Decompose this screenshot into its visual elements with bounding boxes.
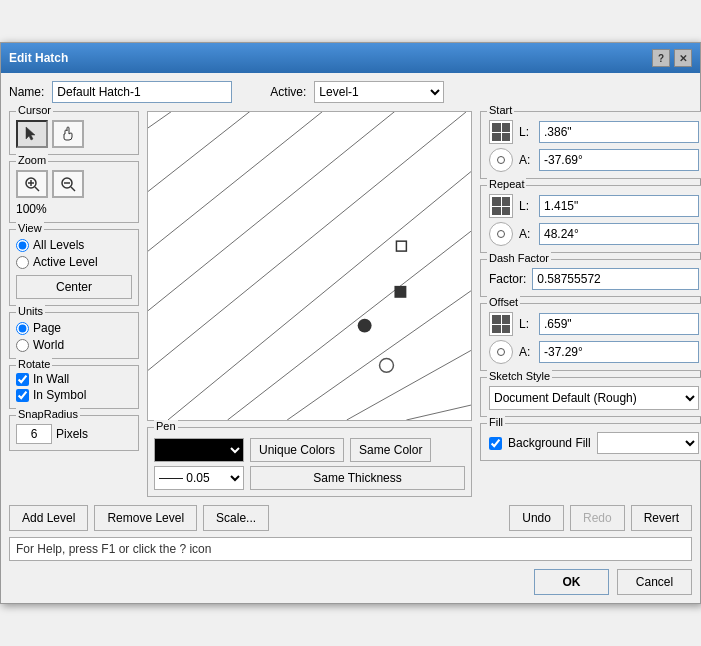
undo-button[interactable]: Undo	[509, 505, 564, 531]
view-all-levels-radio[interactable]	[16, 239, 29, 252]
units-label: Units	[16, 305, 45, 317]
units-world-radio[interactable]	[16, 339, 29, 352]
offset-l-input[interactable]	[539, 313, 699, 335]
rotate-in-wall-checkbox[interactable]	[16, 373, 29, 386]
repeat-radio-icon[interactable]	[489, 222, 513, 246]
remove-level-button[interactable]: Remove Level	[94, 505, 197, 531]
svg-line-10	[148, 112, 406, 311]
start-l-row: L:	[489, 120, 699, 144]
redo-button[interactable]: Redo	[570, 505, 625, 531]
zoom-level: 100%	[16, 202, 132, 216]
same-color-button[interactable]: Same Color	[350, 438, 431, 462]
rotate-in-wall-row: In Wall	[16, 372, 132, 386]
start-radio-icon[interactable]	[489, 148, 513, 172]
revert-button[interactable]: Revert	[631, 505, 692, 531]
fill-label: Fill	[487, 416, 505, 428]
snap-radius-unit: Pixels	[56, 427, 88, 441]
rotate-in-symbol-checkbox[interactable]	[16, 389, 29, 402]
name-label: Name:	[9, 85, 44, 99]
ok-cancel-row: OK Cancel	[9, 569, 692, 595]
pen-color-select[interactable]	[154, 438, 244, 462]
thickness-select[interactable]: —— 0.05	[154, 466, 244, 490]
same-thickness-button[interactable]: Same Thickness	[250, 466, 465, 490]
start-l-label: L:	[519, 125, 533, 139]
cancel-button[interactable]: Cancel	[617, 569, 692, 595]
cursor-arrow-button[interactable]	[16, 120, 48, 148]
zoom-in-button[interactable]	[16, 170, 48, 198]
offset-grid-icon[interactable]	[489, 312, 513, 336]
svg-line-13	[228, 231, 471, 420]
repeat-a-row: A:	[489, 222, 699, 246]
start-l-input[interactable]	[539, 121, 699, 143]
offset-a-label: A:	[519, 345, 533, 359]
active-label: Active:	[270, 85, 306, 99]
start-a-row: A:	[489, 148, 699, 172]
repeat-a-label: A:	[519, 227, 533, 241]
center-button[interactable]: Center	[16, 275, 132, 299]
unique-colors-button[interactable]: Unique Colors	[250, 438, 344, 462]
ok-button[interactable]: OK	[534, 569, 609, 595]
view-active-level-radio[interactable]	[16, 256, 29, 269]
right-panel: Start L: A:	[480, 111, 701, 497]
snap-radius-input[interactable]	[16, 424, 52, 444]
zoom-out-button[interactable]	[52, 170, 84, 198]
dialog-content: Name: Active: Level-1 Level-2 Cursor	[1, 73, 700, 603]
offset-l-row: L:	[489, 312, 699, 336]
units-page-radio[interactable]	[16, 322, 29, 335]
cursor-buttons	[16, 120, 132, 148]
help-button[interactable]: ?	[652, 49, 670, 67]
status-bar: For Help, press F1 or click the ? icon	[9, 537, 692, 561]
cursor-hand-button[interactable]	[52, 120, 84, 148]
left-panel: Cursor Zoom	[9, 111, 139, 497]
svg-line-5	[71, 187, 75, 191]
dash-factor-group: Dash Factor Factor:	[480, 259, 701, 297]
rotate-in-wall-label: In Wall	[33, 372, 69, 386]
thickness-row: —— 0.05 Same Thickness	[154, 466, 465, 490]
fill-color-select[interactable]	[597, 432, 699, 454]
pen-label: Pen	[154, 420, 178, 432]
offset-a-input[interactable]	[539, 341, 699, 363]
dash-factor-row: Factor:	[489, 268, 699, 290]
start-grid-icon[interactable]	[489, 120, 513, 144]
scale-button[interactable]: Scale...	[203, 505, 269, 531]
name-input[interactable]	[52, 81, 232, 103]
view-label: View	[16, 222, 44, 234]
title-bar: Edit Hatch ? ✕	[1, 43, 700, 73]
rotate-in-symbol-label: In Symbol	[33, 388, 86, 402]
rotate-label: Rotate	[16, 358, 52, 370]
repeat-l-row: L:	[489, 194, 699, 218]
factor-input[interactable]	[532, 268, 699, 290]
sketch-style-group: Sketch Style Document Default (Rough) No…	[480, 377, 701, 417]
sketch-style-select[interactable]: Document Default (Rough) None Rough	[489, 386, 699, 410]
hatch-canvas[interactable]	[147, 111, 472, 421]
units-radio-group: Page World	[16, 321, 132, 352]
fill-group: Fill Background Fill	[480, 423, 701, 461]
svg-rect-18	[394, 286, 406, 298]
svg-line-1	[35, 187, 39, 191]
pen-controls: Unique Colors Same Color	[154, 438, 465, 462]
repeat-l-input[interactable]	[539, 195, 699, 217]
rotate-group: Rotate In Wall In Symbol	[9, 365, 139, 409]
offset-label: Offset	[487, 296, 520, 308]
offset-radio-icon[interactable]	[489, 340, 513, 364]
repeat-a-input[interactable]	[539, 223, 699, 245]
repeat-group: Repeat L: A:	[480, 185, 701, 253]
offset-group: Offset L: A:	[480, 303, 701, 371]
cursor-group: Cursor	[9, 111, 139, 155]
snap-radius-row: Pixels	[16, 424, 132, 444]
snap-radius-label: SnapRadius	[16, 408, 80, 420]
start-a-input[interactable]	[539, 149, 699, 171]
background-fill-checkbox[interactable]	[489, 437, 502, 450]
rotate-in-symbol-row: In Symbol	[16, 388, 132, 402]
add-level-button[interactable]: Add Level	[9, 505, 88, 531]
dialog-title: Edit Hatch	[9, 51, 68, 65]
close-button[interactable]: ✕	[674, 49, 692, 67]
factor-label: Factor:	[489, 272, 526, 286]
top-row: Name: Active: Level-1 Level-2	[9, 81, 692, 103]
units-world-row: World	[16, 338, 132, 352]
cursor-label: Cursor	[16, 104, 53, 116]
units-world-label: World	[33, 338, 64, 352]
active-select[interactable]: Level-1 Level-2	[314, 81, 444, 103]
offset-l-label: L:	[519, 317, 533, 331]
repeat-grid-icon[interactable]	[489, 194, 513, 218]
